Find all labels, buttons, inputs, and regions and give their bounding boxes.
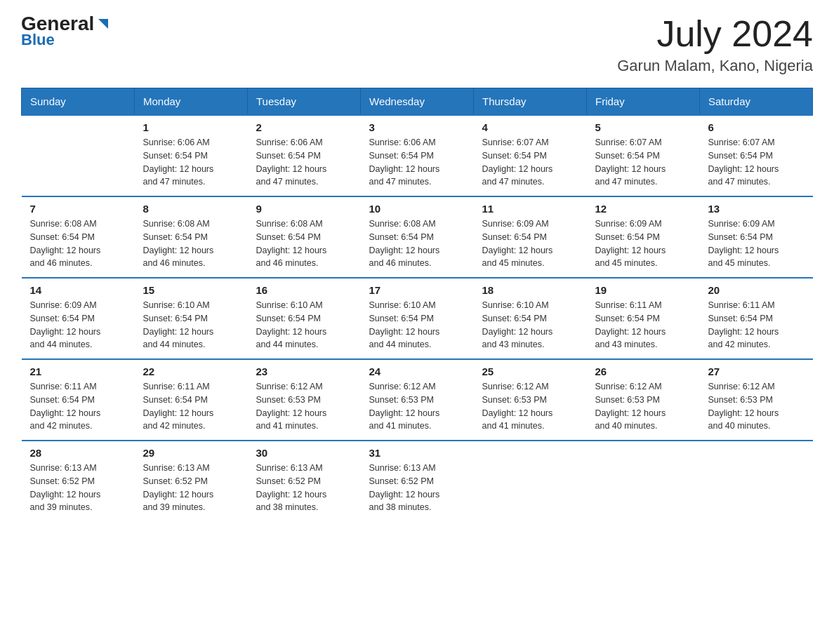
calendar-cell: 4Sunrise: 6:07 AM Sunset: 6:54 PM Daylig… (474, 115, 587, 196)
calendar-cell (22, 115, 135, 196)
calendar-cell: 19Sunrise: 6:11 AM Sunset: 6:54 PM Dayli… (587, 278, 700, 359)
day-info: Sunrise: 6:13 AM Sunset: 6:52 PM Dayligh… (143, 462, 241, 514)
title-block: July 2024 Garun Malam, Kano, Nigeria (617, 14, 813, 75)
day-number: 2 (256, 121, 354, 133)
day-info: Sunrise: 6:06 AM Sunset: 6:54 PM Dayligh… (143, 136, 241, 189)
day-number: 26 (595, 365, 693, 377)
day-info: Sunrise: 6:10 AM Sunset: 6:54 PM Dayligh… (256, 299, 354, 351)
calendar-header-row: SundayMondayTuesdayWednesdayThursdayFrid… (22, 88, 813, 116)
calendar-week-row: 21Sunrise: 6:11 AM Sunset: 6:54 PM Dayli… (22, 359, 813, 441)
day-info: Sunrise: 6:13 AM Sunset: 6:52 PM Dayligh… (30, 462, 128, 514)
calendar-cell: 29Sunrise: 6:13 AM Sunset: 6:52 PM Dayli… (135, 441, 248, 521)
day-info: Sunrise: 6:11 AM Sunset: 6:54 PM Dayligh… (30, 380, 128, 433)
calendar-cell: 2Sunrise: 6:06 AM Sunset: 6:54 PM Daylig… (248, 115, 361, 196)
day-number: 25 (482, 365, 580, 377)
day-info: Sunrise: 6:11 AM Sunset: 6:54 PM Dayligh… (595, 299, 693, 351)
calendar-cell: 13Sunrise: 6:09 AM Sunset: 6:54 PM Dayli… (700, 196, 813, 278)
day-number: 9 (256, 203, 354, 215)
calendar-week-row: 28Sunrise: 6:13 AM Sunset: 6:52 PM Dayli… (22, 441, 813, 521)
calendar-table: SundayMondayTuesdayWednesdayThursdayFrid… (21, 88, 813, 521)
calendar-cell: 15Sunrise: 6:10 AM Sunset: 6:54 PM Dayli… (135, 278, 248, 359)
day-info: Sunrise: 6:08 AM Sunset: 6:54 PM Dayligh… (369, 217, 467, 270)
calendar-cell: 26Sunrise: 6:12 AM Sunset: 6:53 PM Dayli… (587, 359, 700, 441)
calendar-cell: 21Sunrise: 6:11 AM Sunset: 6:54 PM Dayli… (22, 359, 135, 441)
calendar-cell: 22Sunrise: 6:11 AM Sunset: 6:54 PM Dayli… (135, 359, 248, 441)
day-number: 24 (369, 365, 467, 377)
day-info: Sunrise: 6:10 AM Sunset: 6:54 PM Dayligh… (143, 299, 241, 351)
day-info: Sunrise: 6:10 AM Sunset: 6:54 PM Dayligh… (482, 299, 580, 351)
day-number: 18 (482, 284, 580, 296)
calendar-cell: 28Sunrise: 6:13 AM Sunset: 6:52 PM Dayli… (22, 441, 135, 521)
day-number: 8 (143, 203, 241, 215)
calendar-cell: 6Sunrise: 6:07 AM Sunset: 6:54 PM Daylig… (700, 115, 813, 196)
day-number: 6 (708, 121, 806, 133)
day-number: 16 (256, 284, 354, 296)
calendar-week-row: 14Sunrise: 6:09 AM Sunset: 6:54 PM Dayli… (22, 278, 813, 359)
calendar-cell: 30Sunrise: 6:13 AM Sunset: 6:52 PM Dayli… (248, 441, 361, 521)
logo-blue-text: Blue (21, 31, 55, 49)
day-number: 13 (708, 203, 806, 215)
calendar-cell: 25Sunrise: 6:12 AM Sunset: 6:53 PM Dayli… (474, 359, 587, 441)
day-number: 5 (595, 121, 693, 133)
day-number: 21 (30, 365, 128, 377)
day-info: Sunrise: 6:07 AM Sunset: 6:54 PM Dayligh… (708, 136, 806, 189)
calendar-cell: 18Sunrise: 6:10 AM Sunset: 6:54 PM Dayli… (474, 278, 587, 359)
day-number: 1 (143, 121, 241, 133)
logo-triangle-icon (95, 16, 111, 32)
day-number: 10 (369, 203, 467, 215)
day-info: Sunrise: 6:06 AM Sunset: 6:54 PM Dayligh… (256, 136, 354, 189)
day-info: Sunrise: 6:09 AM Sunset: 6:54 PM Dayligh… (595, 217, 693, 270)
column-header-sunday: Sunday (22, 88, 135, 116)
day-info: Sunrise: 6:09 AM Sunset: 6:54 PM Dayligh… (708, 217, 806, 270)
calendar-cell: 11Sunrise: 6:09 AM Sunset: 6:54 PM Dayli… (474, 196, 587, 278)
logo: General Blue (21, 14, 111, 49)
day-info: Sunrise: 6:09 AM Sunset: 6:54 PM Dayligh… (30, 299, 128, 351)
column-header-monday: Monday (135, 88, 248, 116)
calendar-cell (474, 441, 587, 521)
location: Garun Malam, Kano, Nigeria (617, 57, 813, 75)
day-info: Sunrise: 6:10 AM Sunset: 6:54 PM Dayligh… (369, 299, 467, 351)
day-info: Sunrise: 6:08 AM Sunset: 6:54 PM Dayligh… (30, 217, 128, 270)
calendar-cell: 23Sunrise: 6:12 AM Sunset: 6:53 PM Dayli… (248, 359, 361, 441)
calendar-cell: 31Sunrise: 6:13 AM Sunset: 6:52 PM Dayli… (361, 441, 474, 521)
day-info: Sunrise: 6:13 AM Sunset: 6:52 PM Dayligh… (256, 462, 354, 514)
column-header-saturday: Saturday (700, 88, 813, 116)
day-info: Sunrise: 6:12 AM Sunset: 6:53 PM Dayligh… (482, 380, 580, 433)
day-info: Sunrise: 6:06 AM Sunset: 6:54 PM Dayligh… (369, 136, 467, 189)
day-info: Sunrise: 6:08 AM Sunset: 6:54 PM Dayligh… (256, 217, 354, 270)
calendar-cell: 16Sunrise: 6:10 AM Sunset: 6:54 PM Dayli… (248, 278, 361, 359)
day-number: 28 (30, 447, 128, 459)
day-info: Sunrise: 6:12 AM Sunset: 6:53 PM Dayligh… (369, 380, 467, 433)
day-info: Sunrise: 6:12 AM Sunset: 6:53 PM Dayligh… (708, 380, 806, 433)
day-info: Sunrise: 6:11 AM Sunset: 6:54 PM Dayligh… (708, 299, 806, 351)
day-info: Sunrise: 6:12 AM Sunset: 6:53 PM Dayligh… (256, 380, 354, 433)
calendar-cell (700, 441, 813, 521)
day-info: Sunrise: 6:12 AM Sunset: 6:53 PM Dayligh… (595, 380, 693, 433)
day-info: Sunrise: 6:08 AM Sunset: 6:54 PM Dayligh… (143, 217, 241, 270)
day-number: 20 (708, 284, 806, 296)
calendar-week-row: 7Sunrise: 6:08 AM Sunset: 6:54 PM Daylig… (22, 196, 813, 278)
calendar-cell: 14Sunrise: 6:09 AM Sunset: 6:54 PM Dayli… (22, 278, 135, 359)
day-number: 4 (482, 121, 580, 133)
calendar-cell: 1Sunrise: 6:06 AM Sunset: 6:54 PM Daylig… (135, 115, 248, 196)
calendar-cell: 3Sunrise: 6:06 AM Sunset: 6:54 PM Daylig… (361, 115, 474, 196)
calendar-cell: 10Sunrise: 6:08 AM Sunset: 6:54 PM Dayli… (361, 196, 474, 278)
calendar-cell (587, 441, 700, 521)
calendar-cell: 9Sunrise: 6:08 AM Sunset: 6:54 PM Daylig… (248, 196, 361, 278)
day-number: 7 (30, 203, 128, 215)
day-info: Sunrise: 6:11 AM Sunset: 6:54 PM Dayligh… (143, 380, 241, 433)
day-number: 11 (482, 203, 580, 215)
day-number: 19 (595, 284, 693, 296)
day-number: 14 (30, 284, 128, 296)
calendar-cell: 20Sunrise: 6:11 AM Sunset: 6:54 PM Dayli… (700, 278, 813, 359)
calendar-cell: 24Sunrise: 6:12 AM Sunset: 6:53 PM Dayli… (361, 359, 474, 441)
month-year: July 2024 (617, 14, 813, 54)
day-number: 30 (256, 447, 354, 459)
day-number: 3 (369, 121, 467, 133)
day-number: 27 (708, 365, 806, 377)
day-number: 29 (143, 447, 241, 459)
calendar-cell: 17Sunrise: 6:10 AM Sunset: 6:54 PM Dayli… (361, 278, 474, 359)
day-number: 15 (143, 284, 241, 296)
column-header-wednesday: Wednesday (361, 88, 474, 116)
calendar-cell: 12Sunrise: 6:09 AM Sunset: 6:54 PM Dayli… (587, 196, 700, 278)
